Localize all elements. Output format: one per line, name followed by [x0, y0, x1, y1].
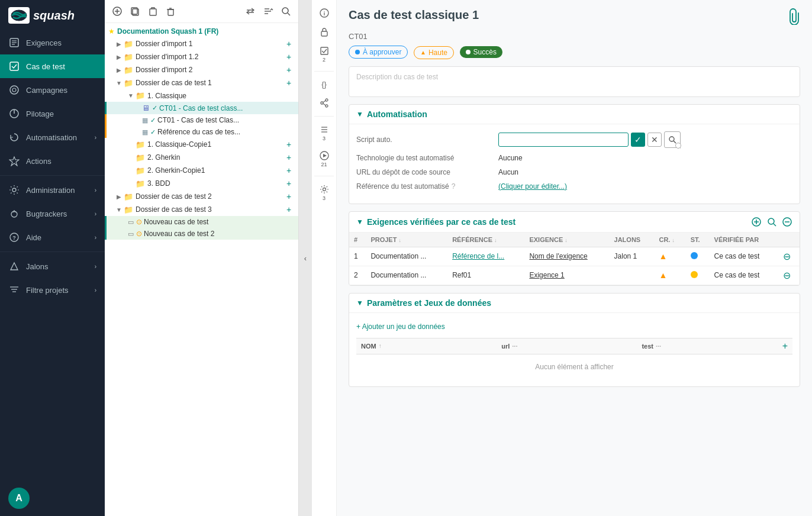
tree-node-bdd[interactable]: ▶ 📁 3. BDD +: [105, 177, 298, 190]
tree-node-dossier-import-12[interactable]: ▶ 📁 Dossier d'import 1.2 +: [105, 50, 298, 63]
sidebar-item-pilotage[interactable]: Pilotage: [0, 102, 105, 125]
status-badge[interactable]: À approuver: [349, 46, 408, 59]
reference-value[interactable]: (Cliquer pour éditer...): [498, 182, 567, 191]
tree-node-ct01-clas[interactable]: ▦ ✓ CT01 - Cas de test Clas...: [105, 114, 298, 126]
search-exigence-button[interactable]: [766, 217, 777, 227]
reference-link[interactable]: Référence de l...: [452, 252, 504, 260]
tree-node-dossier-import-1[interactable]: ▶ 📁 Dossier d'import 1 +: [105, 37, 298, 50]
script-auto-input[interactable]: [498, 133, 629, 147]
col-add-header[interactable]: +: [782, 341, 788, 351]
add-node-icon[interactable]: +: [284, 153, 294, 162]
priority-badge[interactable]: ▲ Haute: [414, 46, 454, 59]
exigence-link[interactable]: Exigence 1: [529, 271, 564, 279]
check-panel-btn[interactable]: 2: [314, 43, 334, 66]
list-panel-btn[interactable]: 3: [314, 121, 334, 145]
info-panel-btn[interactable]: i: [314, 5, 334, 21]
folder-icon: 📁: [124, 205, 133, 214]
tree-node-classique[interactable]: ▼ 📁 1. Classique: [105, 89, 298, 102]
col-cr[interactable]: CR. ↓: [654, 233, 685, 247]
sidebar-item-exigences[interactable]: Exigences: [0, 31, 105, 54]
add-icon[interactable]: [111, 5, 124, 18]
remove-row-button[interactable]: ⊖: [783, 251, 791, 262]
col-projet[interactable]: PROJET ↓: [366, 233, 447, 247]
result-badge[interactable]: Succès: [460, 46, 502, 58]
paste-icon[interactable]: [146, 5, 159, 18]
folder-icon: 📁: [124, 40, 133, 49]
tree-node-dossier-cas-test-3[interactable]: ▼ 📁 Dossier de cas de test 3 +: [105, 203, 298, 216]
tree-node-ref-cas[interactable]: ▦ ✓ Référence du cas de tes...: [105, 126, 298, 138]
exigences-icon: [8, 37, 20, 49]
collapse-panel-button[interactable]: ‹: [299, 0, 312, 516]
add-node-icon[interactable]: +: [284, 205, 294, 214]
sidebar-item-actions[interactable]: Actions: [0, 149, 105, 173]
add-node-icon[interactable]: +: [284, 39, 294, 49]
tree-node-ct01-active[interactable]: 🖥 ✓ CT01 - Cas de test class...: [105, 102, 298, 114]
sidebar-item-jalons[interactable]: Jalons ›: [0, 254, 105, 278]
remove-exigence-button[interactable]: [782, 217, 792, 227]
tree-node-dossier-cas-test-2[interactable]: ▶ 📁 Dossier de cas de test 2 +: [105, 190, 298, 203]
tree-node-nouveau-cas-test[interactable]: ▭ ⊙ Nouveau cas de test: [105, 216, 298, 228]
folder-icon: 📁: [136, 153, 145, 162]
automatisation-body: Script auto. ✓ ✕ ↖ Technologie du test a…: [349, 124, 800, 204]
tree-node-nouveau-cas-test-2[interactable]: ▭ ⊙ Nouveau cas de test 2: [105, 228, 298, 240]
col-exigence[interactable]: EXIGENCE ↓: [524, 233, 609, 247]
svg-point-50: [323, 188, 326, 191]
bugtrackers-label: Bugtrackers: [26, 209, 95, 218]
svg-line-52: [674, 141, 676, 143]
sidebar-item-automatisation[interactable]: Automatisation ›: [0, 125, 105, 149]
add-node-icon[interactable]: +: [284, 140, 294, 149]
svg-rect-5: [10, 62, 18, 70]
transfer-icon[interactable]: [244, 5, 257, 18]
row-action[interactable]: ⊖: [778, 266, 800, 285]
sidebar-item-filtre-projets[interactable]: Filtre projets ›: [0, 278, 105, 302]
add-dataset-button[interactable]: + Ajouter un jeu de données: [356, 320, 445, 333]
row-action[interactable]: ⊖: [778, 247, 800, 266]
sidebar-item-campagnes[interactable]: Campagnes: [0, 78, 105, 102]
sidebar-item-aide[interactable]: ? Aide ›: [0, 225, 105, 249]
svg-rect-25: [150, 9, 156, 15]
expand-icon: ▼: [126, 92, 136, 99]
gear-panel-btn[interactable]: 3: [314, 181, 334, 205]
copy-icon[interactable]: [128, 5, 141, 18]
sidebar-item-administration[interactable]: Administration ›: [0, 178, 105, 202]
search-toolbar-icon[interactable]: [279, 5, 292, 18]
exigence-link[interactable]: Nom de l'exigence: [529, 252, 587, 260]
share-panel-btn[interactable]: [314, 95, 334, 111]
tree-node-gherkin-copie1[interactable]: ▶ 📁 2. Gherkin-Copie1 +: [105, 164, 298, 177]
video-panel-btn[interactable]: 21: [314, 147, 334, 171]
tree-node-dossier-import-2[interactable]: ▶ 📁 Dossier d'import 2 +: [105, 63, 298, 76]
script-confirm-button[interactable]: ✓: [631, 133, 645, 147]
url-label: URL du dépôt de code source: [356, 168, 498, 176]
tree-node-dossier-cas-test-1[interactable]: ▼ 📁 Dossier de cas de test 1 +: [105, 76, 298, 89]
code-panel-btn[interactable]: {}: [314, 76, 334, 92]
url-dots[interactable]: ···: [512, 343, 517, 350]
parametres-header[interactable]: ▼ Paramètres et Jeux de données: [349, 294, 800, 313]
add-node-icon[interactable]: +: [284, 78, 294, 88]
add-node-icon[interactable]: +: [284, 179, 294, 188]
delete-icon[interactable]: [164, 5, 177, 18]
add-node-icon[interactable]: +: [284, 52, 294, 62]
automatisation-header[interactable]: ▼ Automatisation: [349, 105, 800, 124]
sidebar-item-bugtrackers[interactable]: Bugtrackers ›: [0, 202, 105, 225]
add-node-icon[interactable]: +: [284, 65, 294, 75]
tree-project-root[interactable]: ★ Documentation Squash 1 (FR): [105, 25, 298, 37]
user-avatar[interactable]: A: [8, 488, 30, 509]
tree-node-classique-copie1[interactable]: ▶ 📁 1. Classique-Copie1 +: [105, 138, 298, 151]
title-area: Cas de test classique 1: [349, 8, 479, 22]
script-cancel-button[interactable]: ✕: [647, 133, 662, 147]
gear-icon: [320, 185, 329, 194]
tree-node-gherkin[interactable]: ▶ 📁 2. Gherkin +: [105, 151, 298, 164]
add-node-icon[interactable]: +: [284, 192, 294, 201]
description-area[interactable]: Description du cas de test: [349, 67, 800, 96]
row-jalons: [610, 266, 655, 285]
remove-row-button[interactable]: ⊖: [783, 270, 791, 280]
test-dots[interactable]: ···: [656, 343, 661, 350]
add-node-icon[interactable]: +: [284, 166, 294, 175]
sort-icon[interactable]: [262, 5, 275, 18]
sidebar-item-cas-de-test[interactable]: Cas de test: [0, 54, 105, 78]
script-search-button[interactable]: ↖: [664, 131, 681, 148]
add-exigence-button[interactable]: [751, 217, 762, 227]
attach-icon-area[interactable]: [788, 8, 800, 28]
col-reference[interactable]: RÉFÉRENCE ↓: [447, 233, 524, 247]
lock-panel-btn[interactable]: [314, 24, 334, 40]
